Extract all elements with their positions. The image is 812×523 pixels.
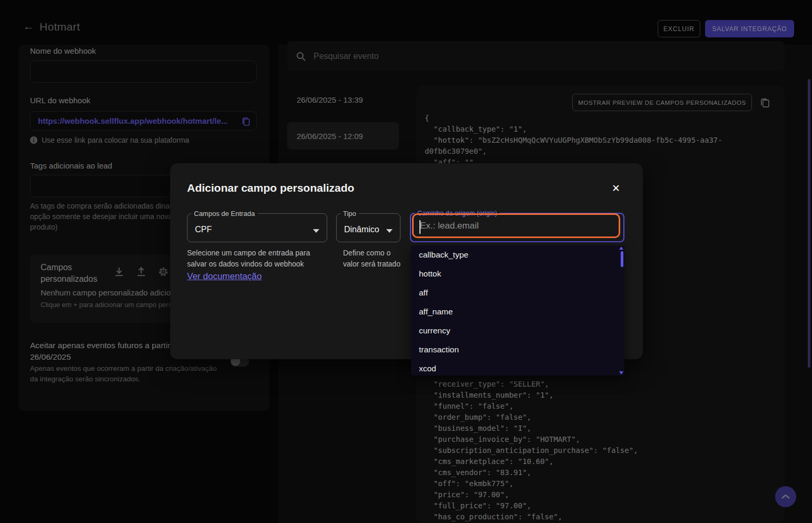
- origin-suggestion-option[interactable]: transaction: [411, 340, 624, 359]
- origin-suggestion-option[interactable]: currency: [411, 321, 624, 340]
- type-select-label: Tipo: [340, 210, 359, 218]
- documentation-link[interactable]: Ver documentação: [187, 271, 262, 282]
- origin-suggestion-option[interactable]: aff: [411, 283, 624, 302]
- modal-title: Adicionar campo personalizado: [187, 182, 354, 194]
- type-helper: Define como o valor será tratado: [343, 248, 401, 270]
- origin-suggestion-option[interactable]: xcod: [411, 359, 624, 376]
- chevron-down-icon: [313, 229, 319, 233]
- close-icon[interactable]: ✕: [612, 182, 620, 194]
- input-fields-helper: Selecione um campo de entrada para salva…: [187, 248, 321, 270]
- text-cursor: [419, 220, 420, 234]
- origin-suggestion-option[interactable]: hottok: [411, 264, 624, 283]
- origin-suggestion-option[interactable]: callback_type: [411, 245, 624, 264]
- chevron-down-icon: [386, 229, 393, 233]
- scrollbar-down-arrow-icon[interactable]: [619, 371, 623, 374]
- origin-suggestions-dropdown: callback_typehottokaffaff_namecurrencytr…: [411, 245, 624, 376]
- type-select-value: Dinâmico: [344, 225, 379, 234]
- scrollbar-up-arrow-icon[interactable]: [619, 246, 623, 250]
- input-fields-select-value: CPF: [195, 225, 212, 234]
- input-fields-select-label: Campos de Entrada: [191, 210, 258, 218]
- input-fields-select[interactable]: Campos de Entrada CPF: [187, 210, 327, 242]
- origin-path-input-wrap: [412, 213, 620, 238]
- dropdown-scrollbar-thumb[interactable]: [621, 251, 623, 267]
- origin-suggestion-option[interactable]: aff_name: [411, 302, 624, 321]
- origin-path-input[interactable]: [420, 218, 612, 233]
- type-select[interactable]: Tipo Dinâmico: [336, 210, 400, 242]
- origin-path-field: Caminho da origem (origin): [410, 210, 624, 242]
